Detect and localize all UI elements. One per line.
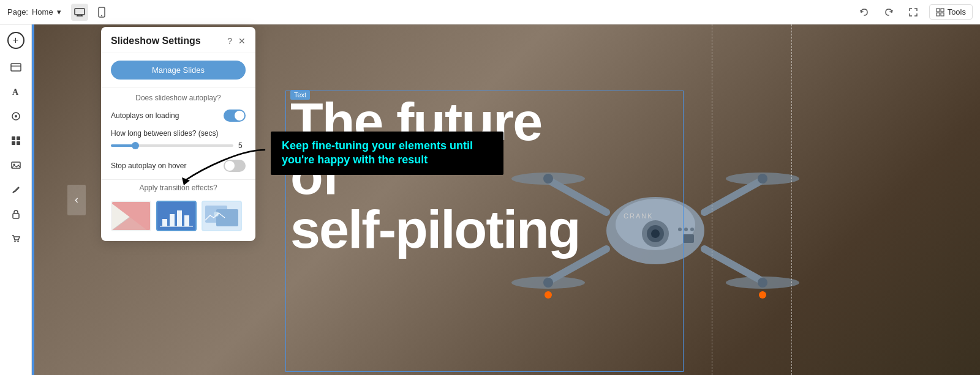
sidebar-item-media[interactable] — [5, 154, 27, 176]
svg-rect-0 — [75, 9, 85, 15]
slide-text: The future of self-piloting — [290, 95, 682, 256]
tooltip-text: Keep fine-tuning your elements until you… — [282, 139, 473, 166]
sidebar-item-text[interactable]: A — [5, 81, 27, 103]
redo-icon[interactable] — [880, 4, 897, 21]
page-selector[interactable]: Page: Home ▾ — [7, 7, 61, 17]
page-name: Home — [32, 7, 53, 17]
panel-close-icon[interactable]: ✕ — [238, 36, 246, 46]
svg-rect-54 — [162, 219, 167, 226]
hover-label: Stop autoplay on hover — [111, 162, 186, 170]
slide-text-line3: self-piloting — [290, 202, 682, 256]
effect-chart-thumb[interactable] — [156, 201, 197, 231]
svg-rect-8 — [937, 13, 940, 16]
left-sidebar: + A — [0, 24, 32, 375]
svg-line-31 — [704, 182, 760, 212]
svg-point-47 — [690, 228, 694, 231]
svg-point-46 — [684, 228, 688, 231]
svg-rect-19 — [12, 162, 20, 168]
svg-rect-22 — [13, 213, 19, 218]
expand-icon[interactable] — [905, 4, 922, 21]
svg-rect-48 — [683, 234, 694, 243]
hover-toggle-row: Stop autoplay on hover — [101, 155, 255, 177]
svg-line-52 — [112, 202, 150, 230]
svg-rect-50 — [112, 202, 150, 230]
svg-marker-51 — [112, 202, 150, 230]
panel-help-icon[interactable]: ? — [227, 36, 232, 46]
sidebar-item-apps[interactable] — [5, 130, 27, 152]
hover-toggle[interactable] — [224, 160, 246, 172]
svg-rect-10 — [11, 64, 21, 71]
tooltip-box: Keep fine-tuning your elements until you… — [271, 132, 503, 175]
sidebar-item-design[interactable] — [5, 105, 27, 127]
svg-point-24 — [17, 240, 18, 242]
svg-rect-15 — [12, 136, 15, 140]
topbar-actions: Tools — [856, 4, 973, 21]
svg-rect-17 — [12, 141, 15, 145]
svg-rect-9 — [941, 13, 944, 16]
add-element-button[interactable]: + — [7, 32, 24, 49]
blue-left-border — [32, 24, 34, 375]
tools-button[interactable]: Tools — [929, 4, 973, 20]
svg-point-41 — [758, 278, 767, 288]
duration-slider-track[interactable] — [111, 144, 233, 147]
transition-section-label: Apply transition effects? — [101, 179, 255, 196]
manage-slides-button[interactable]: Manage Slides — [111, 61, 246, 80]
svg-point-14 — [15, 115, 17, 117]
svg-rect-16 — [17, 136, 20, 140]
sidebar-item-shop[interactable] — [5, 228, 27, 250]
panel-header-icons: ? ✕ — [227, 36, 246, 46]
svg-point-23 — [14, 240, 15, 242]
svg-point-39 — [758, 174, 767, 184]
mobile-device-icon[interactable] — [93, 4, 110, 21]
slideshow-settings-panel: Slideshow Settings ? ✕ Manage Slides Doe… — [101, 27, 255, 241]
page-chevron-icon: ▾ — [57, 7, 61, 17]
duration-label: How long between slides? (secs) — [111, 129, 246, 138]
page-label: Page: — [7, 7, 28, 17]
svg-rect-7 — [941, 9, 944, 12]
autoplay-label: Autoplays on loading — [111, 111, 179, 120]
effect-slide-thumb[interactable] — [202, 201, 242, 231]
svg-point-5 — [101, 15, 102, 16]
svg-point-42 — [545, 291, 552, 299]
transition-effects — [101, 196, 255, 231]
panel-title: Slideshow Settings — [111, 35, 201, 46]
autoplay-toggle-knob — [235, 111, 244, 121]
slider-thumb[interactable] — [132, 142, 139, 149]
autoplay-section-label: Does slideshow autoplay? — [101, 87, 255, 105]
hover-toggle-knob — [225, 161, 235, 171]
sidebar-item-pen[interactable] — [5, 179, 27, 201]
duration-value: 5 — [238, 141, 246, 150]
duration-slider-row: How long between slides? (secs) 5 — [101, 127, 255, 155]
svg-point-43 — [759, 291, 766, 299]
svg-rect-55 — [170, 214, 175, 226]
effect-diagonal-thumb[interactable] — [111, 201, 151, 231]
sidebar-item-lock[interactable] — [5, 203, 27, 225]
svg-rect-6 — [937, 9, 940, 12]
svg-text:A: A — [12, 87, 19, 97]
undo-icon[interactable] — [856, 4, 873, 21]
desktop-device-icon[interactable] — [71, 4, 88, 21]
panel-header: Slideshow Settings ? ✕ — [101, 27, 255, 53]
tools-label: Tools — [948, 7, 966, 17]
svg-point-40 — [543, 278, 553, 288]
topbar: Page: Home ▾ Tools — [0, 0, 980, 24]
slider-container: 5 — [111, 141, 246, 150]
svg-rect-18 — [17, 141, 20, 145]
slide-nav-prev[interactable]: ‹ — [67, 185, 86, 215]
svg-line-33 — [704, 249, 760, 280]
device-switcher — [71, 4, 110, 21]
autoplay-toggle-row: Autoplays on loading — [101, 105, 255, 127]
svg-rect-56 — [177, 210, 182, 226]
svg-rect-61 — [216, 209, 238, 226]
sidebar-item-pages[interactable] — [5, 56, 27, 78]
autoplay-toggle[interactable] — [224, 110, 246, 122]
svg-rect-57 — [184, 215, 189, 226]
